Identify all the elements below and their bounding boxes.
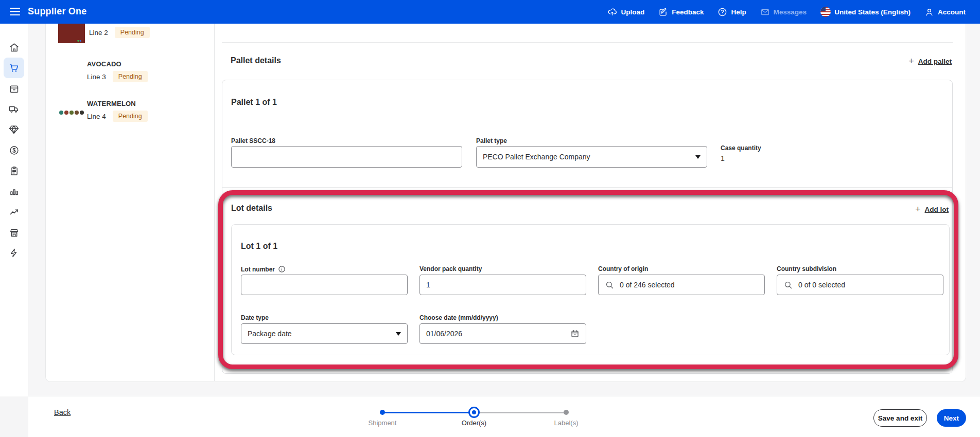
lot-card-title: Lot 1 of 1 <box>241 242 277 251</box>
messages-icon <box>760 7 770 17</box>
pallet-type-label: Pallet type <box>476 137 507 144</box>
content-panel: Line 2 Pending AVOCADO Line 3 Pending WA… <box>45 24 966 382</box>
pallet-type-select[interactable]: PECO Pallet Exchange Company <box>476 146 707 168</box>
vendor-pack-quantity-label: Vendor pack quantity <box>419 265 482 272</box>
sidebar-item-growth[interactable] <box>4 202 24 222</box>
lot-details-title: Lot details <box>231 204 272 213</box>
sidebar-item-shipping[interactable] <box>4 99 24 119</box>
search-icon <box>783 280 793 290</box>
store-icon <box>9 227 20 238</box>
calendar-icon[interactable] <box>570 329 580 338</box>
pallet-type-value: PECO Pallet Exchange Company <box>483 153 590 161</box>
step-labels-dot[interactable] <box>564 410 569 415</box>
sidebar-item-quality[interactable] <box>4 119 24 140</box>
pallet-sscc-input[interactable] <box>231 146 462 168</box>
account-icon <box>924 7 934 17</box>
header-nav: Upload Feedback Help Messages <box>607 0 966 24</box>
pallet-card: Pallet 1 of 1 Pallet SSCC-18 Pallet type… <box>222 80 953 374</box>
case-quantity-label: Case quantity <box>721 144 761 152</box>
feedback-icon <box>658 7 668 17</box>
date-type-select[interactable]: Package date <box>241 323 408 344</box>
chevron-down-icon <box>695 155 701 159</box>
case-quantity-value: 1 <box>721 154 725 162</box>
add-lot-button[interactable]: + Add lot <box>915 205 949 214</box>
home-icon <box>9 42 20 53</box>
sidebar-item-orders[interactable] <box>4 58 24 78</box>
footer-bar: Back Shipment Order(s) Label(s) Save and… <box>0 396 980 437</box>
lot-card: Lot 1 of 1 Lot number Vendor pack quanti… <box>231 224 950 355</box>
choose-date-value: 01/06/2026 <box>426 330 462 338</box>
save-and-exit-button[interactable]: Save and exit <box>873 409 927 427</box>
help-button[interactable]: Help <box>717 7 746 17</box>
pallet-sscc-label: Pallet SSCC-18 <box>231 137 275 144</box>
form-top-divider <box>222 42 953 43</box>
plus-icon: + <box>915 205 921 214</box>
add-pallet-button[interactable]: + Add pallet <box>908 57 952 66</box>
box-icon <box>9 83 20 94</box>
account-label: Account <box>938 8 966 16</box>
help-label: Help <box>731 8 746 16</box>
country-of-origin-select[interactable]: 0 of 246 selected <box>598 275 765 295</box>
add-lot-label: Add lot <box>925 206 949 213</box>
status-badge: Pending <box>115 27 150 38</box>
product-image <box>58 24 85 43</box>
stepper-line-done <box>383 412 474 413</box>
add-pallet-label: Add pallet <box>918 58 952 65</box>
feedback-button[interactable]: Feedback <box>658 7 704 17</box>
locale-selector[interactable]: United States (English) <box>820 7 911 17</box>
dollar-icon <box>9 145 20 156</box>
line-item-2[interactable]: Line 2 Pending <box>46 24 211 49</box>
account-button[interactable]: Account <box>924 7 966 17</box>
next-button[interactable]: Next <box>937 409 966 427</box>
step-orders-dot[interactable] <box>468 407 480 418</box>
app-root: Supplier One Upload Feedback Help <box>0 0 980 437</box>
country-of-origin-value: 0 of 246 selected <box>620 281 675 289</box>
upload-button[interactable]: Upload <box>607 7 644 17</box>
bar-chart-icon <box>9 186 20 197</box>
country-subdivision-value: 0 of 0 selected <box>798 281 845 289</box>
product-title: AVOCADO <box>87 60 121 68</box>
sidebar-item-marketplace[interactable] <box>4 222 24 243</box>
icon-sidebar <box>0 24 28 396</box>
cloud-upload-icon <box>607 7 617 17</box>
panel-divider <box>214 24 215 381</box>
choose-date-input[interactable]: 01/06/2026 <box>419 323 586 344</box>
search-icon <box>605 280 615 290</box>
sidebar-item-quick-actions[interactable] <box>4 243 24 263</box>
status-badge: Pending <box>113 111 148 122</box>
truck-icon <box>8 103 20 115</box>
date-type-value: Package date <box>248 330 292 338</box>
footer-rail-gap <box>0 397 28 437</box>
back-link[interactable]: Back <box>54 408 71 416</box>
vendor-pack-quantity-input[interactable] <box>419 275 586 295</box>
sidebar-item-items[interactable] <box>4 78 24 99</box>
messages-button[interactable]: Messages <box>760 7 807 17</box>
info-icon[interactable] <box>278 265 286 273</box>
product-title: WATERMELON <box>87 100 136 107</box>
pallet-details-title: Pallet details <box>231 56 281 65</box>
line-item-4[interactable]: WATERMELON Line 4 Pending <box>46 96 211 132</box>
plus-icon: + <box>908 57 914 66</box>
lot-number-label-text: Lot number <box>241 266 275 273</box>
bolt-icon <box>9 248 19 258</box>
step-labels-label: Label(s) <box>554 419 579 427</box>
diamond-icon <box>8 124 20 135</box>
lot-number-label: Lot number <box>241 265 286 273</box>
lot-number-input[interactable] <box>241 275 408 295</box>
sidebar-item-payments[interactable] <box>4 140 24 160</box>
step-shipment-dot[interactable] <box>380 410 385 415</box>
sidebar-item-analytics[interactable] <box>4 181 24 202</box>
help-icon <box>717 7 727 17</box>
clipboard-icon <box>9 166 20 176</box>
hamburger-menu-icon[interactable] <box>10 7 20 16</box>
choose-date-label: Choose date (mm/dd/yyyy) <box>419 314 498 321</box>
pallet-card-title: Pallet 1 of 1 <box>231 98 277 107</box>
country-subdivision-label: Country subdivision <box>777 265 836 272</box>
sidebar-item-home[interactable] <box>4 37 24 58</box>
country-subdivision-select[interactable]: 0 of 0 selected <box>777 275 943 295</box>
line-number: Line 4 <box>87 113 106 120</box>
step-shipment-label: Shipment <box>369 419 397 427</box>
line-item-3[interactable]: AVOCADO Line 3 Pending <box>46 56 211 92</box>
sidebar-item-reports[interactable] <box>4 160 24 181</box>
chevron-down-icon <box>396 332 401 336</box>
